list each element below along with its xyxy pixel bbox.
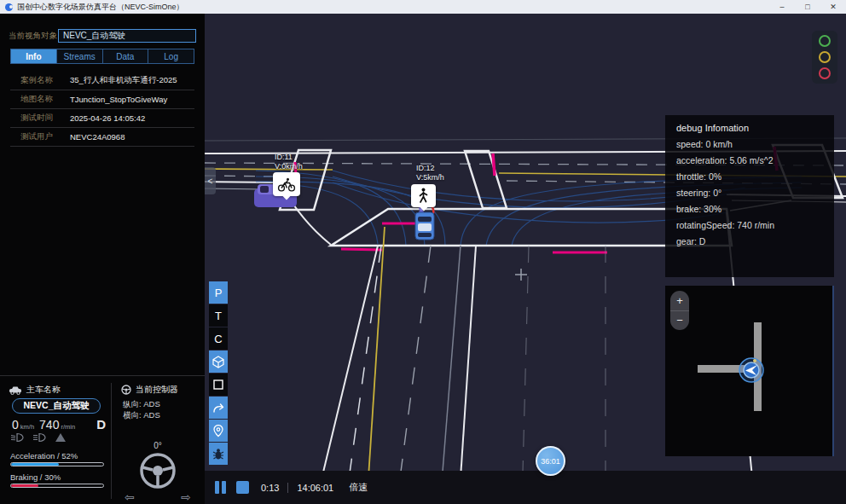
minimap-zoom-out-button[interactable]: − [670, 311, 689, 331]
toolbar-cube-button[interactable] [209, 350, 228, 373]
view-target-input[interactable]: NEVC_自动驾驶 [58, 29, 196, 43]
cursor-crosshair [514, 268, 528, 281]
vehicle-status-panel: 主车名称 NEVC_自动驾驶 0 km/h 740 r/min D [0, 375, 205, 504]
view-target-label: 当前视角对象 [9, 31, 58, 42]
high-beam-icon [32, 432, 48, 443]
car-icon [9, 385, 22, 395]
playback-speed-button[interactable]: 倍速 [349, 481, 368, 494]
steer-right-arrow-icon: ⇨ [181, 490, 191, 504]
debug-speed: speed: 0 km/h [676, 139, 823, 149]
low-beam-icon [10, 432, 26, 443]
info-row-map: 地图名称 TJunction_StopToGiveWay [10, 90, 194, 109]
rpm-value: 740 [39, 418, 59, 432]
minimize-button[interactable]: – [769, 0, 795, 14]
bug-icon [212, 448, 224, 461]
lateral-controller: 横向: ADS [123, 410, 160, 421]
cube-icon [212, 356, 224, 368]
map-name-label: 地图名称 [10, 94, 70, 105]
elapsed-time: 0:13 [261, 483, 279, 493]
countdown-timer-badge[interactable]: 36:01 [536, 446, 565, 476]
debug-steering: steering: 0° [676, 188, 823, 198]
test-time-label: 测试时间 [10, 113, 70, 124]
actor-label-11: ID:11 V:0km/h [275, 153, 303, 171]
close-button[interactable]: ✕ [820, 0, 846, 14]
pause-button[interactable] [215, 481, 226, 494]
debug-panel-title: debug Infomation [676, 123, 823, 133]
cyclist-icon [277, 177, 296, 192]
info-row-time: 测试时间 2025-04-26 14:05:42 [10, 109, 194, 128]
tab-bar: Info Streams Data Log [10, 49, 194, 64]
vehicle-name-label: 主车名称 [26, 384, 61, 396]
test-user-value: NEVC24A0968 [70, 132, 125, 142]
stop-button[interactable] [236, 481, 249, 494]
minimap-zoom-control: + − [670, 291, 689, 330]
actor-label-12: ID:12 V:5km/h [416, 164, 444, 182]
toolbar-t-button[interactable]: T [209, 304, 228, 327]
app-icon [5, 3, 13, 11]
debug-acceleration: acceleration: 5.06 m/s^2 [676, 155, 823, 165]
minimap-canvas [665, 286, 832, 456]
case-name-value: 35_行人和非机动车通行-2025 [70, 75, 177, 86]
acceleration-bar-fill [11, 463, 59, 466]
toolbar-c-button[interactable]: C [209, 327, 228, 350]
traffic-light-green [819, 35, 831, 47]
sidebar: 当前视角对象 NEVC_自动驾驶 Info Streams Data Log 案… [0, 14, 205, 504]
debug-brake: brake: 30% [676, 204, 823, 214]
traffic-light-indicator [812, 31, 837, 84]
map-name-value: TJunction_StopToGiveWay [70, 95, 167, 104]
info-row-case: 案例名称 35_行人和非机动车通行-2025 [10, 72, 194, 90]
speed-unit: km/h [20, 423, 34, 431]
braking-bar [10, 484, 104, 488]
rpm-unit: r/min [61, 423, 75, 431]
location-pin-icon [212, 425, 224, 437]
vehicle-name-button[interactable]: NEVC_自动驾驶 [12, 398, 101, 414]
restore-button[interactable]: □ [795, 0, 820, 14]
minimap[interactable]: + − [665, 286, 834, 456]
test-user-label: 测试用户 [10, 131, 70, 142]
playback-separator [287, 483, 288, 493]
cyclist-callout[interactable] [273, 172, 300, 196]
acceleration-bar [10, 462, 104, 466]
braking-label: Braking / 30% [10, 472, 61, 482]
playback-bar: 0:13 14:06:01 倍速 [205, 471, 846, 504]
test-time-value: 2025-04-26 14:05:42 [70, 113, 145, 123]
titlebar: 国创中心数字化场景仿真平台（NEVC-SimOne） – □ ✕ [0, 0, 846, 14]
app-window: 国创中心数字化场景仿真平台（NEVC-SimOne） – □ ✕ 当前视角对象 … [0, 0, 846, 504]
debug-panel: debug Infomation speed: 0 km/h accelerat… [665, 115, 834, 277]
tab-streams[interactable]: Streams [56, 49, 102, 63]
info-panel: 案例名称 35_行人和非机动车通行-2025 地图名称 TJunction_St… [10, 72, 194, 147]
ego-vehicle[interactable] [415, 212, 434, 240]
minimap-zoom-in-button[interactable]: + [670, 291, 689, 311]
window-title: 国创中心数字化场景仿真平台（NEVC-SimOne） [17, 2, 184, 13]
toolbar-p-button[interactable]: P [209, 281, 228, 304]
tab-log[interactable]: Log [148, 49, 194, 63]
gear-indicator: D [96, 417, 106, 432]
debug-throttle: throttle: 0% [676, 171, 823, 182]
viewport-toolbar: P T C [209, 281, 228, 466]
square-icon [212, 379, 224, 391]
steering-wheel-icon [136, 451, 180, 490]
steering-angle-value: 0° [111, 441, 205, 450]
pedestrian-callout[interactable] [411, 184, 436, 207]
speed-readout: 0 km/h 740 r/min D [12, 417, 106, 432]
longitudinal-controller: 纵向: ADS [123, 399, 160, 410]
debug-rotating-speed: rotatingSpeed: 740 r/min [676, 220, 823, 230]
toolbar-locate-button[interactable] [209, 420, 228, 442]
acceleration-label: Acceleration / 52% [10, 451, 78, 461]
toolbar-box-button[interactable] [209, 374, 228, 396]
toolbar-path-button[interactable] [209, 397, 228, 419]
traffic-light-yellow [819, 51, 831, 63]
controller-title: 当前控制器 [136, 384, 178, 396]
toolbar-debug-button[interactable] [209, 443, 228, 465]
tab-info[interactable]: Info [11, 49, 56, 63]
traffic-light-red [819, 67, 831, 79]
speed-value: 0 [12, 418, 19, 432]
pedestrian-icon [417, 188, 430, 204]
braking-bar-fill [11, 484, 38, 487]
median-island-center [465, 151, 507, 208]
clock-time: 14:06:01 [297, 483, 333, 493]
tab-data[interactable]: Data [102, 49, 148, 63]
sidebar-collapse-handle[interactable]: < [205, 167, 216, 194]
simulation-viewport[interactable]: < ID:11 V:0km/h ID:12 V:5km/h [205, 14, 846, 504]
curve-arrow-icon [212, 403, 225, 414]
